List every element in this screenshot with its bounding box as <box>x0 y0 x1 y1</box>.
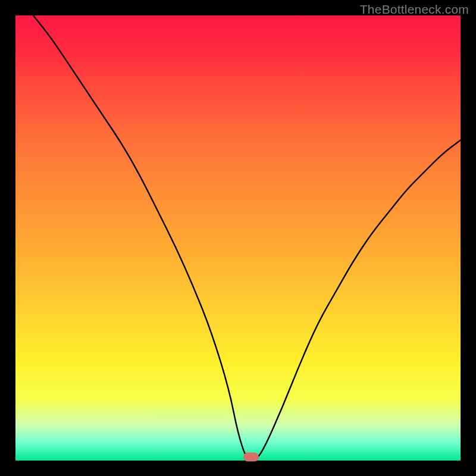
bottleneck-curve <box>15 15 461 461</box>
attribution-text: TheBottleneck.com <box>360 2 469 17</box>
curve-path <box>33 15 461 461</box>
optimal-marker <box>243 453 259 462</box>
chart-frame: TheBottleneck.com <box>0 0 476 476</box>
